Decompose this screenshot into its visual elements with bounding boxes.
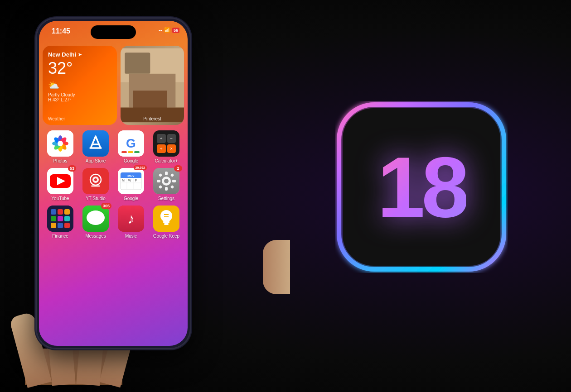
youtube-badge: 53 [68, 165, 76, 172]
app-grid: Photos [43, 130, 184, 243]
calc-times: × [167, 144, 176, 153]
svg-rect-60 [51, 223, 56, 228]
google-label-1: Google [124, 158, 138, 163]
appstore-icon [82, 130, 109, 157]
svg-rect-62 [64, 223, 70, 228]
settings-label: Settings [158, 196, 174, 201]
app-finance[interactable]: Finance [44, 206, 77, 239]
weather-label: Weather [48, 116, 65, 121]
location-arrow-icon: ➤ [78, 52, 82, 57]
pinterest-image [121, 46, 184, 125]
app-youtube[interactable]: 53 YouTube [44, 168, 77, 201]
googlekeep-label: Google Keep [153, 234, 179, 239]
app-messages[interactable]: 305 [79, 206, 112, 239]
app-calculator[interactable]: + − ÷ × Calculator+ [150, 130, 183, 163]
messages-icon: 305 [82, 206, 109, 232]
music-label: Music [125, 234, 137, 239]
calc-plus: + [157, 134, 166, 143]
svg-rect-45 [165, 172, 168, 175]
svg-rect-71 [164, 223, 169, 225]
weather-widget[interactable]: New Delhi ➤ 32° ⛅ Partly Cloudy H:43° L:… [43, 46, 117, 125]
ios18-logo: 18 [335, 101, 526, 291]
googlecal-icon: 29,592 [118, 168, 144, 194]
status-icons: ▪▪ 📶 56 [159, 27, 179, 33]
svg-rect-54 [51, 209, 56, 215]
svg-rect-20 [121, 151, 127, 153]
app-googlecal[interactable]: 29,592 [115, 168, 147, 201]
svg-text:M: M [122, 179, 125, 182]
widgets-row: New Delhi ➤ 32° ⛅ Partly Cloudy H:43° L:… [43, 46, 184, 125]
svg-rect-21 [128, 151, 133, 153]
svg-rect-57 [51, 216, 56, 221]
status-time: 11:45 [52, 27, 70, 35]
calculator-label: Calculator+ [155, 158, 178, 163]
weather-temperature: 32° [48, 59, 111, 78]
battery-badge: 56 [172, 28, 179, 33]
dynamic-island [91, 25, 136, 39]
settings-icon: 2 [153, 168, 179, 194]
messages-label: Messages [85, 234, 106, 239]
svg-rect-22 [134, 151, 140, 153]
calc-divide: ÷ [157, 144, 166, 153]
music-icon: ♪ [118, 206, 144, 232]
weather-condition: Partly Cloudy H:43° L:27° [48, 92, 111, 102]
phone-frame: 11:45 ▪▪ 📶 56 New Delhi ➤ 32° ⛅ [36, 18, 190, 349]
phone-area: 11:45 ▪▪ 📶 56 New Delhi ➤ 32° ⛅ [9, 14, 290, 385]
app-music[interactable]: ♪ Music [115, 206, 147, 239]
calc-minus: − [167, 134, 176, 143]
weather-city: New Delhi ➤ [48, 51, 111, 58]
pinterest-widget[interactable]: Pinterest [121, 46, 184, 125]
app-google[interactable]: G Google [115, 130, 147, 163]
youtube-label: YouTube [51, 196, 69, 201]
app-appstore[interactable]: App Store [79, 130, 112, 163]
svg-text:MCV: MCV [127, 174, 135, 177]
settings-badge: 2 [174, 165, 182, 172]
pinterest-label: Pinterest [143, 116, 161, 121]
svg-rect-70 [163, 221, 169, 223]
svg-rect-3 [125, 53, 150, 74]
ytstudio-label: YT Studio [86, 196, 106, 201]
svg-point-16 [58, 141, 63, 146]
signal-icon: ▪▪ [159, 28, 162, 33]
svg-point-69 [160, 210, 172, 222]
svg-text:G: G [126, 136, 136, 150]
messages-badge: 305 [101, 203, 111, 209]
weather-cloud-icon: ⛅ [48, 80, 111, 91]
svg-rect-47 [157, 180, 160, 182]
youtube-icon: 53 [47, 168, 73, 194]
phone-screen: 11:45 ▪▪ 📶 56 New Delhi ➤ 32° ⛅ [39, 21, 188, 346]
googlecal-label: Google [124, 196, 138, 201]
google-icon: G [118, 130, 144, 157]
photos-label: Photos [53, 158, 67, 163]
svg-rect-30 [91, 185, 100, 187]
svg-rect-58 [58, 216, 63, 221]
svg-rect-61 [58, 223, 63, 228]
thumb [263, 240, 290, 294]
svg-text:W: W [128, 179, 131, 182]
app-googlekeep[interactable]: Google Keep [150, 206, 183, 239]
appstore-label: App Store [86, 158, 106, 163]
svg-rect-55 [58, 209, 63, 215]
app-row-2: 53 YouTube [43, 168, 184, 201]
weather-high-low: H:43° L:27° [48, 97, 71, 102]
app-ytstudio[interactable]: YT Studio [79, 168, 112, 201]
app-row-3: Finance 305 [43, 206, 184, 239]
googlekeep-icon [153, 206, 179, 232]
ios18-number: 18 [377, 138, 465, 236]
calculator-icon: + − ÷ × [153, 130, 179, 157]
app-settings[interactable]: 2 [150, 168, 183, 201]
googlecal-badge: 29,592 [134, 165, 147, 170]
svg-text:F: F [135, 179, 137, 182]
app-row-1: Photos [43, 130, 184, 163]
svg-rect-46 [165, 187, 168, 191]
svg-point-44 [164, 179, 169, 183]
wifi-icon: 📶 [164, 27, 170, 33]
photos-icon [47, 130, 73, 157]
app-photos[interactable]: Photos [44, 130, 77, 163]
finance-icon [47, 206, 73, 232]
svg-rect-59 [64, 216, 70, 221]
svg-rect-17 [82, 130, 109, 157]
svg-rect-56 [64, 209, 70, 215]
svg-rect-48 [172, 180, 176, 182]
ytstudio-icon [82, 168, 109, 194]
